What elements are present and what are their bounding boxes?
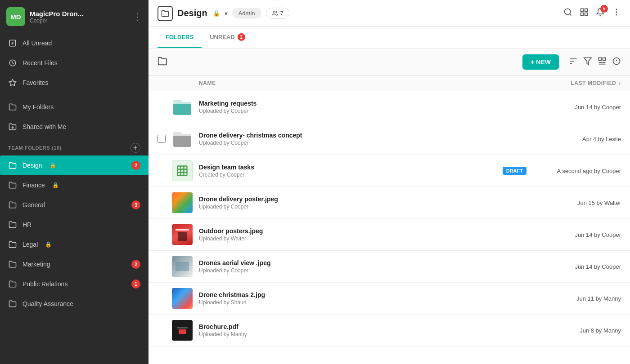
- file-modified: A second ago by Cooper: [540, 168, 621, 174]
- sidebar-item-favorites[interactable]: Favorites: [0, 73, 148, 93]
- info-button[interactable]: [612, 57, 621, 68]
- file-name: Marketing requests: [199, 100, 534, 107]
- unread-tab-badge: 2: [238, 33, 245, 41]
- star-icon: [8, 78, 17, 87]
- svg-rect-12: [581, 13, 584, 16]
- more-options-button[interactable]: [612, 8, 621, 19]
- new-button[interactable]: + NEW: [522, 54, 559, 70]
- file-info: Drones aerial view .jpeg Uploaded by Coo…: [199, 259, 534, 274]
- unread-badge: 2: [131, 161, 140, 170]
- add-team-folder-button[interactable]: +: [130, 143, 140, 153]
- tab-unread[interactable]: UNREAD 2: [202, 27, 253, 49]
- sidebar-item-label: General: [22, 201, 45, 209]
- sidebar-item-legal[interactable]: Legal 🔒: [0, 235, 148, 254]
- file-sub: Uploaded by Cooper: [199, 204, 534, 210]
- dropdown-chevron-icon[interactable]: ▾: [225, 10, 228, 17]
- file-row[interactable]: Drone christmas 2.jpg Uploaded by Shaun …: [148, 283, 630, 315]
- svg-marker-20: [584, 58, 592, 64]
- search-button[interactable]: [563, 8, 572, 19]
- sidebar-item-all-unread[interactable]: All Unread: [0, 33, 148, 53]
- file-list-header: NAME LAST MODIFIED ↓: [148, 75, 630, 91]
- folder-thumbnail: [172, 97, 193, 117]
- file-modified: Jun 15 by Walter: [540, 200, 621, 206]
- sidebar: MD MagicPro Dron... Cooper ⋮ All Unread …: [0, 0, 148, 364]
- svg-point-14: [616, 9, 617, 10]
- file-name: Brochure.pdf: [199, 323, 534, 330]
- file-row[interactable]: Design team tasks Created by Cooper DRAF…: [148, 155, 630, 187]
- sidebar-item-marketing[interactable]: Marketing 2: [0, 254, 148, 274]
- shared-icon: [8, 122, 17, 131]
- file-row[interactable]: Marketing requests Uploaded by Cooper Ju…: [148, 91, 630, 123]
- sidebar-item-public-relations[interactable]: Public Relations 1: [0, 274, 148, 294]
- tab-folders[interactable]: FOLDERS: [158, 27, 202, 48]
- notification-button[interactable]: 5: [596, 8, 605, 19]
- col-modified-header[interactable]: LAST MODIFIED ↓: [571, 80, 621, 86]
- svg-line-9: [570, 14, 572, 16]
- marketing-folder-icon: [8, 260, 17, 269]
- general-folder-icon: [8, 200, 17, 209]
- sidebar-item-quality-assurance[interactable]: Quality Assurance: [0, 294, 148, 314]
- file-name: Drone delivery- christmas concept: [199, 132, 534, 139]
- svg-rect-28: [178, 166, 187, 176]
- file-row[interactable]: Drone delivery poster.jpeg Uploaded by C…: [148, 187, 630, 219]
- app-name: MagicPro Dron...: [30, 10, 83, 18]
- file-name: Drone delivery poster.jpeg: [199, 195, 534, 203]
- sidebar-item-shared-with-me[interactable]: Shared with Me: [0, 117, 148, 137]
- sort-arrow-icon: ↓: [618, 80, 621, 86]
- sidebar-item-label: Quality Assurance: [22, 300, 73, 307]
- user-name: Cooper: [30, 18, 83, 24]
- file-row[interactable]: Outdoor posters.jpeg Uploaded by Walter …: [148, 219, 630, 251]
- file-info: Drone delivery poster.jpeg Uploaded by C…: [199, 195, 534, 210]
- file-sub: Uploaded by Cooper: [199, 267, 534, 274]
- file-info: Drone delivery- christmas concept Upload…: [199, 132, 534, 146]
- file-name: Drone christmas 2.jpg: [199, 291, 534, 298]
- page-title: Design: [177, 8, 207, 18]
- breadcrumb-folder-icon: [158, 56, 167, 68]
- draft-badge: DRAFT: [503, 167, 526, 175]
- lock-icon: 🔒: [50, 162, 56, 169]
- file-sub: Uploaded by Cooper: [199, 108, 534, 114]
- topbar-actions: 5: [563, 8, 621, 19]
- sidebar-item-hr[interactable]: HR: [0, 215, 148, 235]
- grid-button[interactable]: [580, 8, 589, 19]
- qa-folder-icon: [8, 299, 17, 308]
- lock-icon: 🔒: [52, 182, 59, 188]
- image-thumbnail: [172, 192, 193, 213]
- sidebar-item-my-folders[interactable]: My Folders: [0, 97, 148, 117]
- sidebar-menu-icon[interactable]: ⋮: [133, 11, 142, 22]
- svg-rect-11: [585, 9, 588, 12]
- legal-folder-icon: [8, 240, 17, 249]
- recent-icon: [8, 58, 17, 67]
- lock-icon: 🔒: [45, 241, 52, 248]
- toolbar-actions: [569, 57, 621, 68]
- file-checkbox[interactable]: [158, 135, 166, 143]
- sidebar-item-general[interactable]: General 3: [0, 195, 148, 215]
- svg-rect-22: [603, 58, 606, 60]
- col-name-header: NAME: [199, 80, 571, 86]
- team-folders-label: TEAM FOLDERS (10) +: [0, 137, 148, 155]
- sidebar-item-label: Recent Files: [22, 59, 58, 67]
- admin-badge[interactable]: Admin: [232, 8, 261, 18]
- avatar: MD: [6, 7, 25, 26]
- file-info: Brochure.pdf Uploaded by Manny: [199, 323, 534, 337]
- svg-point-8: [565, 9, 571, 15]
- sidebar-item-design[interactable]: Design 🔒 2: [0, 155, 148, 175]
- file-name: Outdoor posters.jpeg: [199, 227, 534, 235]
- hr-folder-icon: [8, 220, 17, 229]
- svg-marker-5: [9, 80, 16, 86]
- image-thumbnail: [172, 320, 193, 341]
- file-row[interactable]: Drone delivery- christmas concept Upload…: [148, 123, 630, 155]
- view-options-button[interactable]: [598, 57, 607, 68]
- sidebar-item-finance[interactable]: Finance 🔒: [0, 175, 148, 195]
- spreadsheet-thumbnail: [172, 160, 193, 181]
- file-info: Drone christmas 2.jpg Uploaded by Shaun: [199, 291, 534, 306]
- file-row[interactable]: Brochure.pdf Uploaded by Manny Jun 8 by …: [148, 315, 630, 346]
- unread-badge: 3: [131, 200, 140, 209]
- filter-button[interactable]: [583, 57, 592, 68]
- svg-point-7: [273, 11, 275, 13]
- sort-az-button[interactable]: [569, 57, 578, 68]
- sidebar-item-recent-files[interactable]: Recent Files: [0, 53, 148, 73]
- my-folders-icon: [8, 102, 17, 111]
- file-row[interactable]: Drones aerial view .jpeg Uploaded by Coo…: [148, 251, 630, 283]
- members-button[interactable]: 7: [266, 8, 289, 19]
